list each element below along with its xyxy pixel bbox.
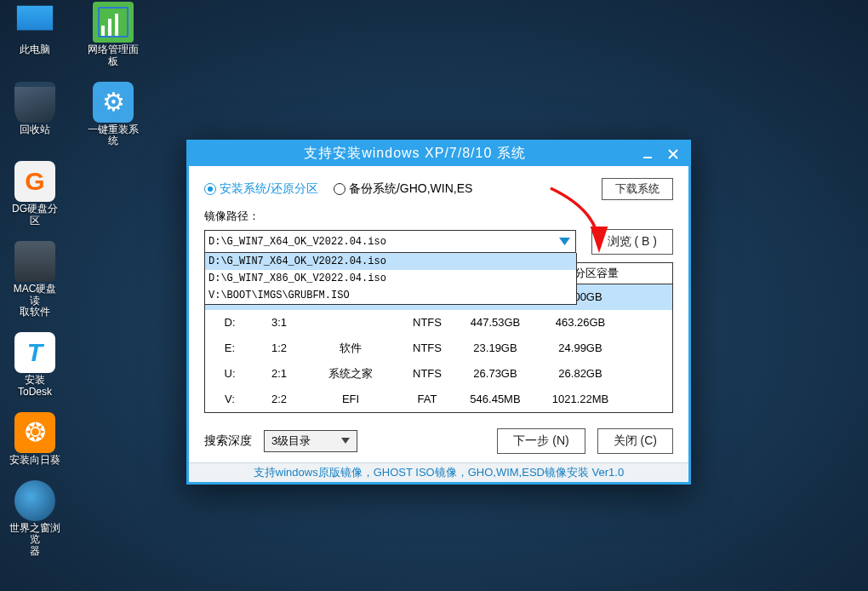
- radio-install[interactable]: 安装系统/还原分区: [204, 181, 318, 197]
- desktop-icons: 此电脑 网络管理面板 回收站 一键重装系统 DG硬盘分区 MAC硬盘读 取软件: [9, 2, 140, 558]
- desktop-icon-label: 一键重装系统: [87, 124, 140, 148]
- desktop-icon-recycle-bin[interactable]: 回收站: [9, 82, 61, 148]
- desktop-icon-dg[interactable]: DG硬盘分区: [9, 161, 61, 227]
- desktop-icon-label: 回收站: [20, 124, 50, 136]
- desktop-icon-label: DG硬盘分区: [9, 204, 61, 227]
- desktop-icon-label: 安装ToDesk: [9, 375, 61, 399]
- dialog-title: 支持安装windows XP/7/8/10 系统: [189, 145, 641, 163]
- path-label: 镜像路径：: [204, 209, 673, 224]
- pc-icon: [14, 2, 55, 43]
- desktop-icon-label: MAC硬盘读 取软件: [9, 284, 61, 318]
- depth-value: 3级目录: [271, 433, 311, 449]
- desktop-icon-label: 网络管理面板: [87, 44, 140, 68]
- table-row[interactable]: D: 3:1 NTFS 447.53GB 463.26GB: [205, 310, 672, 336]
- desktop-icon-label: 世界之窗浏览 器: [9, 523, 61, 558]
- svg-marker-3: [559, 238, 570, 245]
- desktop-icon-sunflower[interactable]: 安装向日葵: [9, 412, 61, 467]
- close-button[interactable]: [666, 147, 680, 161]
- dg-icon: [14, 161, 55, 202]
- col-capacity: 分区容量: [574, 266, 627, 281]
- minimize-icon: [642, 148, 654, 160]
- browse-button[interactable]: 浏览 ( B ): [591, 229, 673, 255]
- netpanel-icon: [93, 2, 134, 43]
- chevron-down-icon: [559, 238, 570, 246]
- image-path-value: D:\G_WIN7_X64_OK_V2022.04.iso: [208, 236, 386, 248]
- radio-label: 备份系统/GHO,WIN,ES: [349, 181, 472, 197]
- radio-backup[interactable]: 备份系统/GHO,WIN,ES: [334, 181, 472, 197]
- dialog-footer: 支持windows原版镜像，GHOST ISO镜像，GHO,WIM,ESD镜像安…: [189, 462, 688, 482]
- sunflower-icon: [14, 412, 55, 453]
- desktop-icon-label: 安装向日葵: [9, 455, 60, 467]
- combo-option[interactable]: D:\G_WIN7_X86_OK_V2022.04.iso: [205, 270, 576, 287]
- radio-dot-icon: [204, 183, 216, 195]
- radio-label: 安装系统/还原分区: [220, 181, 318, 197]
- chevron-down-icon: [341, 438, 350, 444]
- close-button-footer[interactable]: 关闭 (C): [597, 428, 673, 454]
- globe-icon: [14, 480, 55, 521]
- combo-option[interactable]: V:\BOOT\IMGS\GRUBFM.ISO: [205, 287, 576, 304]
- download-button[interactable]: 下载系统: [602, 178, 673, 200]
- minimize-button[interactable]: [641, 147, 654, 161]
- table-row[interactable]: V: 2:2 EFI FAT 546.45MB 1021.22MB: [205, 387, 672, 412]
- desktop-icon-browser[interactable]: 世界之窗浏览 器: [9, 480, 61, 558]
- installer-dialog: 支持安装windows XP/7/8/10 系统 安装系统/还原分区 备份系统/: [186, 140, 691, 485]
- next-button[interactable]: 下一步 (N): [497, 428, 585, 454]
- gear-icon: [93, 82, 134, 123]
- todesk-icon: [14, 332, 55, 373]
- desktop-icon-netpanel[interactable]: 网络管理面板: [87, 2, 140, 68]
- image-path-combobox[interactable]: D:\G_WIN7_X64_OK_V2022.04.iso: [204, 230, 576, 253]
- desktop-icon-label: 此电脑: [20, 44, 50, 56]
- close-icon: [667, 148, 679, 160]
- combo-option[interactable]: D:\G_WIN7_X64_OK_V2022.04.iso: [205, 253, 576, 270]
- table-row[interactable]: U: 2:1 系统之家 NTFS 26.73GB 26.82GB: [205, 361, 672, 387]
- desktop-icon-this-pc[interactable]: 此电脑: [9, 2, 61, 68]
- desktop-icon-todesk[interactable]: 安装ToDesk: [9, 332, 61, 399]
- depth-label: 搜索深度: [204, 433, 252, 449]
- desktop-icon-installer[interactable]: 一键重装系统: [87, 82, 140, 148]
- title-bar: 支持安装windows XP/7/8/10 系统: [189, 142, 688, 166]
- table-row[interactable]: E: 1:2 软件 NTFS 23.19GB 24.99GB: [205, 336, 672, 361]
- radio-circle-icon: [334, 183, 345, 195]
- trash-icon: [14, 82, 55, 123]
- apple-icon: [14, 241, 55, 282]
- depth-select[interactable]: 3级目录: [264, 430, 357, 452]
- desktop-icon-mac[interactable]: MAC硬盘读 取软件: [9, 241, 61, 318]
- image-path-dropdown: D:\G_WIN7_X64_OK_V2022.04.iso D:\G_WIN7_…: [204, 253, 577, 305]
